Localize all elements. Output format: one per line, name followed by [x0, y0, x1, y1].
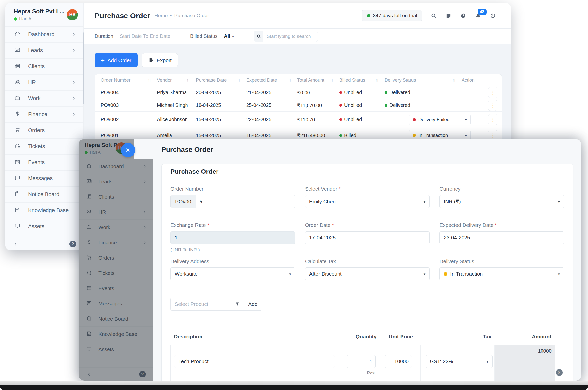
delivery-status-select[interactable]: Delivery Failed ▾ [409, 114, 471, 125]
expected-delivery-date-label: Expected Delivery Date * [439, 222, 564, 228]
sidebar-item-label: Dashboard [28, 31, 64, 38]
order-number-cell: PO#001 [101, 133, 157, 138]
item-description-input[interactable] [174, 355, 335, 368]
delivery-status-dot [413, 134, 416, 137]
sort-icon[interactable]: ↑↓ [288, 78, 291, 82]
screen-bezel [0, 385, 588, 390]
duration-filter-label: Duration [95, 34, 113, 39]
caret-down-icon: ▾ [232, 34, 234, 38]
calculate-tax-select[interactable]: After Discount ▾ [305, 267, 430, 280]
tax-column-header: Tax [420, 334, 494, 340]
add-product-button[interactable]: Add [244, 298, 262, 310]
notes-icon[interactable] [445, 12, 452, 19]
sidebar-item-label: Events [28, 159, 76, 166]
expected-delivery-date-field[interactable]: 23-04-2025 [439, 231, 564, 244]
column-header[interactable]: Vendor ↑↓ [157, 78, 196, 83]
sort-icon[interactable]: ↑↓ [375, 78, 378, 82]
column-header[interactable]: Action ↑↓ [461, 78, 502, 83]
collapse-sidebar-icon[interactable] [13, 241, 18, 247]
total-amount-cell: ₹0.00 [297, 90, 339, 96]
sidebar-item[interactable]: Finance [5, 106, 83, 123]
select-product-input[interactable] [171, 298, 231, 310]
sidebar-item[interactable]: Notice Board [5, 187, 83, 202]
notifications-bell-icon[interactable]: 48 [475, 12, 481, 19]
close-drawer-button[interactable]: × [121, 143, 135, 157]
exchange-rate-field: 1 [171, 231, 295, 244]
sort-icon[interactable]: ↑↓ [148, 78, 151, 82]
expected-date-cell: 25-04-2025 [246, 102, 297, 108]
order-date-label: Order Date * [305, 222, 430, 228]
vendor-select[interactable]: Emily Chen ▾ [305, 195, 430, 208]
sort-icon[interactable]: ↑↓ [237, 78, 240, 82]
filter-funnel-icon[interactable] [231, 298, 244, 310]
column-header[interactable]: Purchase Date ↑↓ [196, 78, 246, 83]
delivery-status-label: Delivery Status [439, 258, 564, 264]
row-actions-button[interactable]: ⋮ [488, 114, 498, 125]
duration-range-input[interactable]: Start Date To End Date [120, 34, 170, 39]
logout-power-icon[interactable] [489, 12, 496, 19]
time-log-icon[interactable] [460, 12, 466, 19]
billed-status-dot [339, 91, 342, 94]
sidebar-item[interactable]: Knowledge Base [5, 202, 83, 218]
purchase-date-cell: 20-04-2025 [196, 90, 246, 95]
item-unit-price-input[interactable] [385, 355, 412, 368]
search-input[interactable] [263, 34, 317, 39]
sidebar-item[interactable]: HR [5, 75, 83, 91]
sidebar-item[interactable]: Clients [5, 58, 83, 75]
sidebar-header[interactable]: Hepra Soft Pvt L... Hari A HS [5, 3, 83, 27]
row-actions-button[interactable]: ⋮ [488, 100, 498, 111]
item-tax-select[interactable]: GST: 23% ▾ [426, 355, 493, 368]
column-header[interactable]: Order Number ↑↓ [101, 78, 157, 83]
column-header[interactable]: Billed Status ↑↓ [339, 78, 385, 83]
delivery-address-label: Delivery Address [171, 258, 295, 264]
remove-item-icon[interactable]: × [556, 369, 563, 376]
sort-icon[interactable]: ↑↓ [187, 78, 189, 82]
column-header[interactable]: Total Amount ↑↓ [297, 78, 339, 83]
search-icon[interactable] [430, 12, 437, 19]
sidebar-item[interactable]: Messages [5, 171, 83, 187]
help-icon[interactable]: ? [69, 241, 76, 247]
breadcrumb-home[interactable]: Home [154, 13, 168, 18]
caret-down-icon: ▾ [424, 272, 426, 276]
sidebar-item[interactable]: Work [5, 91, 83, 106]
sidebar-item[interactable]: Events [5, 154, 83, 171]
order-date-field[interactable]: 17-04-2025 [305, 231, 430, 244]
item-quantity-input[interactable] [347, 355, 376, 368]
sidebar-item-label: Work [28, 95, 64, 102]
sort-icon[interactable]: ↑↓ [452, 78, 455, 82]
delivery-status-select[interactable]: In Transaction ▾ [439, 267, 564, 280]
sidebar-item[interactable]: Dashboard [5, 27, 83, 43]
delivery-address-select[interactable]: Worksuite ▾ [171, 267, 295, 280]
billed-status-filter-select[interactable]: All▾ [224, 34, 234, 39]
screen-bottom-edge [0, 381, 588, 385]
table-row[interactable]: PO#003 Michael Singh 18-04-2025 25-04-20… [95, 99, 502, 112]
avatar[interactable]: HS [67, 9, 78, 20]
add-order-button[interactable]: + Add Order [95, 53, 137, 67]
order-number-input[interactable] [196, 198, 295, 204]
purchase-date-cell: 15-04-2025 [196, 117, 246, 122]
sidebar-item[interactable]: Assets [5, 218, 83, 235]
row-actions-button[interactable]: ⋮ [488, 87, 498, 98]
column-header[interactable]: Delivery Status ↑↓ [385, 78, 461, 83]
billed-status-cell: Unbilled [339, 102, 385, 108]
item-remove-cell: × [554, 345, 564, 381]
sort-icon[interactable]: ↑↓ [330, 78, 333, 82]
sidebar-item[interactable]: Leads [5, 43, 83, 58]
required-asterisk: * [339, 186, 341, 192]
trial-badge[interactable]: 347 days left on trial [362, 10, 422, 21]
delivery-status-dot [444, 272, 447, 276]
sidebar-item[interactable]: Tickets [5, 139, 83, 154]
total-amount-cell: ₹11,070.00 [297, 102, 339, 108]
column-header[interactable]: Expected Date ↑↓ [246, 78, 297, 83]
chevron-right-icon [71, 112, 76, 117]
item-amount-cell: 10000 [495, 345, 554, 381]
currency-select[interactable]: INR (₹) ▾ [439, 195, 564, 208]
item-row: Pcs GST: 23% ▾ 10000 [171, 345, 564, 381]
table-row[interactable]: PO#002 Alice Johnson 15-04-2025 22-04-20… [95, 112, 502, 127]
sidebar-item-icon [14, 175, 21, 182]
sidebar-item[interactable]: Orders [5, 123, 83, 139]
export-button[interactable]: Export [142, 53, 178, 67]
table-row[interactable]: PO#004 Priya Sharma 20-04-2025 21-04-202… [95, 86, 502, 99]
product-picker: Add [171, 298, 262, 310]
billed-status-cell: Billed [339, 133, 385, 138]
